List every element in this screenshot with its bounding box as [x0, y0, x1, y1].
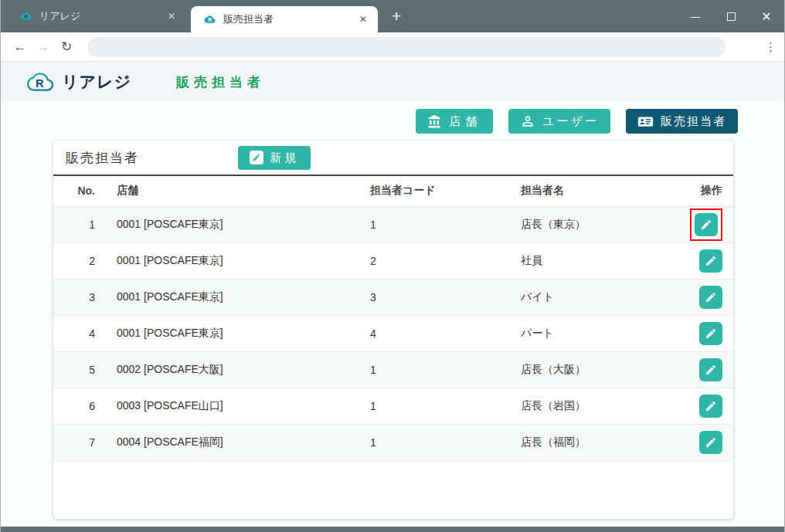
browser-menu-button[interactable]: ⋮ — [765, 40, 777, 54]
tab-close-icon[interactable]: ✕ — [356, 12, 370, 26]
table-row: 5 0002 [POSCAFE大阪] 1 店長（大阪） — [53, 351, 733, 388]
cell-no: 3 — [53, 279, 100, 315]
column-header-code: 担当者コード — [355, 175, 513, 206]
pencil-icon — [705, 364, 717, 376]
maximize-button[interactable] — [713, 0, 749, 32]
cell-no: 5 — [53, 351, 100, 388]
page-title: 販売担当者 — [176, 73, 265, 91]
cell-code: 1 — [355, 424, 513, 460]
pencil-icon — [705, 400, 717, 412]
tab-close-icon[interactable]: ✕ — [165, 9, 178, 23]
cloud-logo-icon: R — [22, 69, 58, 94]
column-header-store: 店舗 — [100, 175, 355, 206]
edit-button[interactable] — [695, 213, 718, 236]
pencil-icon — [705, 327, 717, 340]
svg-text:R: R — [208, 17, 212, 22]
column-header-name: 担当者名 — [513, 175, 679, 206]
cell-no: 2 — [53, 242, 100, 279]
tab-rearegi[interactable]: R リアレジ ✕ — [7, 2, 186, 31]
edit-button[interactable] — [699, 286, 722, 309]
app-favicon-icon: R — [203, 14, 216, 25]
cell-store: 0004 [POSCAFE福岡] — [100, 424, 355, 460]
app-header: R リアレジ 販売担当者 — [1, 62, 784, 102]
cell-store: 0001 [POSCAFE東京] — [100, 279, 355, 315]
close-button[interactable]: ✕ — [749, 0, 784, 32]
cell-no: 6 — [53, 388, 100, 424]
bank-icon — [427, 114, 442, 129]
pencil-icon — [705, 436, 717, 449]
window-bottom-edge — [1, 527, 784, 532]
cell-code: 1 — [355, 206, 513, 242]
cell-name: 店長（東京） — [513, 206, 679, 242]
table-row: 4 0001 [POSCAFE東京] 4 パート — [53, 315, 733, 351]
cell-name: 店長（大阪） — [513, 351, 679, 388]
new-tab-button[interactable]: + — [386, 5, 407, 27]
cell-no: 4 — [53, 315, 100, 351]
nav-button-store[interactable]: 店舗 — [416, 109, 493, 134]
column-header-actions: 操作 — [679, 175, 733, 206]
nav-button-label: 販売担当者 — [661, 114, 726, 129]
address-bar[interactable] — [87, 37, 726, 57]
table-row: 6 0003 [POSCAFE山口] 1 店長（岩国） — [53, 388, 733, 424]
edit-button[interactable] — [699, 249, 722, 273]
nav-button-sales-staff[interactable]: 販売担当者 — [626, 109, 738, 134]
svg-text:R: R — [24, 14, 28, 19]
new-button[interactable]: 新規 — [238, 146, 311, 170]
cell-name: 店長（福岡） — [513, 424, 679, 460]
reload-button[interactable]: ↻ — [55, 39, 78, 55]
cell-store: 0001 [POSCAFE東京] — [100, 315, 355, 351]
cell-code: 3 — [355, 279, 513, 315]
pencil-icon — [705, 291, 717, 303]
cell-store: 0002 [POSCAFE大阪] — [100, 351, 355, 388]
section-nav: 店舗 ユーザー 販売担当者 — [1, 109, 738, 134]
minimize-button[interactable]: — — [678, 0, 713, 32]
panel-header: 販売担当者 新規 — [53, 141, 733, 175]
browser-window: R リアレジ ✕ R 販売担当者 ✕ + — ✕ ← → ↻ ⋮ — [0, 0, 785, 532]
tab-title: リアレジ — [39, 9, 165, 23]
column-header-no: No. — [53, 175, 100, 206]
sales-staff-panel: 販売担当者 新規 No. 店舗 担当者コード 担当者名 操作 — [53, 141, 733, 519]
id-card-icon — [637, 114, 654, 130]
tab-title: 販売担当者 — [223, 12, 356, 26]
table-row: 3 0001 [POSCAFE東京] 3 バイト — [53, 279, 733, 315]
tab-strip: R リアレジ ✕ R 販売担当者 ✕ + — ✕ — [1, 0, 784, 32]
cell-code: 2 — [355, 242, 513, 279]
cell-name: 店長（岩国） — [513, 388, 679, 424]
cell-code: 4 — [355, 315, 513, 351]
logo-text: リアレジ — [62, 71, 131, 93]
browser-toolbar: ← → ↻ ⋮ — [1, 32, 784, 62]
cell-no: 7 — [53, 424, 100, 460]
table-row: 1 0001 [POSCAFE東京] 1 店長（東京） — [53, 206, 733, 242]
edit-button[interactable] — [699, 322, 722, 345]
table-row: 2 0001 [POSCAFE東京] 2 社員 — [53, 242, 733, 279]
cell-store: 0003 [POSCAFE山口] — [100, 388, 355, 424]
highlight-box — [690, 208, 722, 241]
cell-name: 社員 — [513, 242, 679, 279]
edit-button[interactable] — [699, 358, 722, 381]
nav-button-label: 店舗 — [449, 114, 481, 129]
cell-store: 0001 [POSCAFE東京] — [100, 242, 355, 279]
cell-store: 0001 [POSCAFE東京] — [100, 206, 355, 242]
app-favicon-icon: R — [19, 11, 32, 22]
nav-button-label: ユーザー — [542, 114, 599, 129]
table-row: 7 0004 [POSCAFE福岡] 1 店長（福岡） — [53, 424, 733, 460]
pencil-icon — [705, 255, 717, 267]
svg-text:R: R — [36, 77, 44, 90]
panel-title: 販売担当者 — [66, 149, 139, 167]
new-button-label: 新規 — [270, 151, 300, 165]
edit-button[interactable] — [699, 431, 722, 454]
sales-staff-table: No. 店舗 担当者コード 担当者名 操作 1 0001 [POSCAFE東京]… — [53, 175, 733, 461]
table-header-row: No. 店舗 担当者コード 担当者名 操作 — [53, 175, 733, 206]
cell-name: バイト — [513, 279, 679, 315]
forward-button[interactable]: → — [32, 39, 55, 55]
tab-hanbai-tantosha[interactable]: R 販売担当者 ✕ — [191, 6, 378, 32]
cell-code: 1 — [355, 388, 513, 424]
nav-button-user[interactable]: ユーザー — [508, 109, 610, 134]
maximize-icon — [727, 12, 736, 21]
person-icon — [520, 114, 535, 129]
back-button[interactable]: ← — [8, 39, 32, 55]
pencil-icon — [250, 151, 263, 164]
cell-name: パート — [513, 315, 679, 351]
pencil-icon — [700, 219, 712, 231]
edit-button[interactable] — [699, 395, 722, 418]
